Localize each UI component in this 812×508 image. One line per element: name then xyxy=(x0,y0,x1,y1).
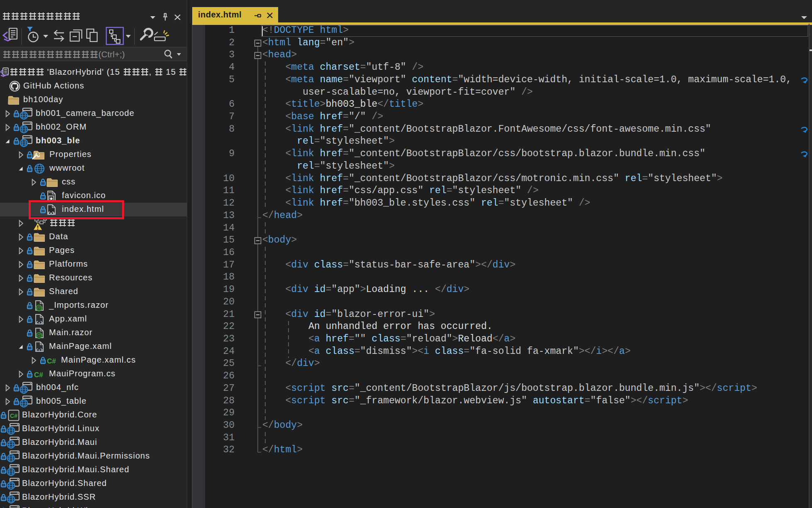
svg-text:C#: C# xyxy=(47,357,56,365)
svg-text:C#: C# xyxy=(34,371,43,378)
svg-text:C#: C# xyxy=(10,412,17,419)
svg-text:@: @ xyxy=(36,305,42,311)
svg-text:@: @ xyxy=(36,332,42,339)
